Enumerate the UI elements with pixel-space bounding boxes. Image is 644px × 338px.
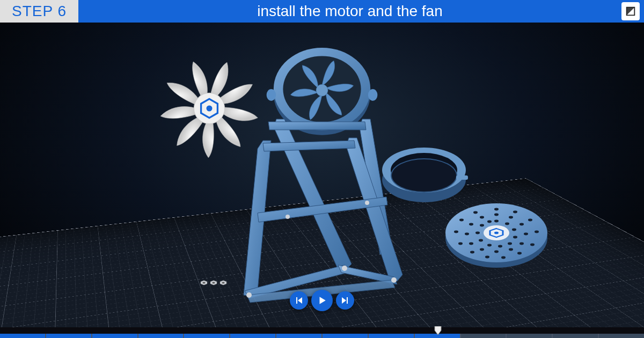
prev-button[interactable] [290,291,308,310]
playback-controls [290,290,354,311]
timeline-segment[interactable] [138,334,184,338]
timeline-segment[interactable] [46,334,91,338]
header-bar: STEP 6 install the motor and the fan [0,0,644,23]
fan-blade-white [150,49,268,167]
grid-floor [0,23,644,327]
timeline-segment[interactable] [276,334,321,338]
timeline-segment[interactable] [507,334,552,338]
skip-back-icon [295,296,303,305]
svg-point-16 [391,153,457,187]
timeline-segment[interactable] [0,334,45,338]
timeline-segment[interactable] [461,334,506,338]
step-badge: STEP 6 [0,0,78,23]
svg-point-5 [283,56,361,122]
svg-point-7 [267,89,276,101]
timeline[interactable] [0,327,644,338]
timeline-track[interactable] [0,334,644,338]
app-root: STEP 6 install the motor and the fan [0,0,644,338]
svg-point-2 [207,106,213,112]
skip-forward-icon [341,296,349,305]
timeline-segment[interactable] [230,334,275,338]
svg-rect-19 [456,175,468,180]
svg-point-4 [274,48,370,130]
svg-point-6 [316,84,328,96]
fullscreen-icon [625,5,636,17]
timeline-segment[interactable] [184,334,229,338]
step-title: install the motor and the fan [78,3,621,20]
svg-point-8 [368,89,378,101]
motor-housing [263,41,381,149]
timeline-segment[interactable] [553,334,598,338]
timeline-segment[interactable] [599,334,644,338]
timeline-segment[interactable] [369,334,414,338]
svg-point-3 [274,53,370,135]
fullscreen-button[interactable] [621,2,640,20]
play-button[interactable] [311,290,333,311]
viewport-3d[interactable] [0,23,644,327]
play-icon [317,296,327,305]
next-button[interactable] [336,291,354,310]
svg-marker-1 [201,99,218,117]
svg-point-0 [194,93,224,123]
timeline-segment[interactable] [92,334,137,338]
timeline-marker[interactable] [434,326,442,335]
timeline-segment[interactable] [323,334,368,338]
